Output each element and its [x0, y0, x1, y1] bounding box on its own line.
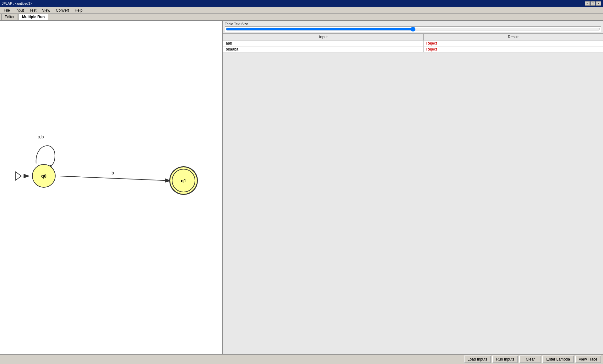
tab-bar: Editor Multiple Run	[0, 14, 603, 21]
menu-test[interactable]: Test	[27, 8, 39, 13]
state-q1[interactable]: q1	[172, 169, 195, 192]
cell-result: Reject	[424, 46, 603, 52]
right-panel: Table Text Size Input Result aabRejectbb…	[223, 21, 603, 354]
self-loop-label: a,b	[38, 134, 44, 139]
slider-container	[225, 26, 601, 32]
menu-view[interactable]: View	[40, 8, 53, 13]
table-row: bbaabaReject	[223, 46, 603, 52]
clear-button[interactable]: Clear	[519, 356, 541, 363]
menu-file[interactable]: File	[1, 8, 12, 13]
menu-input[interactable]: Input	[13, 8, 26, 13]
state-q0[interactable]: q0	[32, 164, 56, 188]
menu-bar: File Input Test View Convert Help	[0, 7, 603, 14]
tab-editor[interactable]: Editor	[1, 13, 18, 20]
enter-lambda-button[interactable]: Enter Lambda	[542, 356, 573, 363]
view-trace-button[interactable]: View Trace	[575, 356, 601, 363]
menu-convert[interactable]: Convert	[53, 8, 72, 13]
cell-input: aab	[223, 40, 424, 46]
close-button[interactable]: ×	[596, 1, 601, 6]
table-area: Input Result aabRejectbbaabaReject	[223, 34, 603, 354]
state-q1-label: q1	[181, 178, 186, 183]
table-row: aabReject	[223, 40, 603, 46]
slider-label: Table Text Size	[225, 22, 601, 26]
table-header-row: Input Result	[223, 34, 603, 40]
results-table: Input Result aabRejectbbaabaReject	[223, 34, 603, 52]
tab-multiple-run[interactable]: Multiple Run	[19, 13, 48, 20]
canvas-area[interactable]: a,b b q0 q1	[0, 21, 223, 354]
minimize-button[interactable]: −	[585, 1, 590, 6]
slider-section: Table Text Size	[223, 21, 603, 34]
restore-button[interactable]: □	[590, 1, 595, 6]
state-q0-label: q0	[41, 174, 46, 179]
transition-label-b: b	[111, 170, 114, 175]
text-size-slider[interactable]	[226, 27, 600, 31]
menu-help[interactable]: Help	[72, 8, 85, 13]
title-text: JFLAP : <untitled3>	[2, 2, 32, 5]
col-input: Input	[223, 34, 424, 40]
bottom-bar: Load Inputs Run Inputs Clear Enter Lambd…	[0, 354, 603, 364]
col-result: Result	[424, 34, 603, 40]
load-inputs-button[interactable]: Load Inputs	[464, 356, 491, 363]
table-body: aabRejectbbaabaReject	[223, 40, 603, 52]
cell-result: Reject	[424, 40, 603, 46]
title-bar-controls: − □ ×	[585, 1, 601, 6]
main-content: a,b b q0 q1 Table Text Size	[0, 21, 603, 354]
title-bar: JFLAP : <untitled3> − □ ×	[0, 0, 603, 7]
transition-arrow-q0-q1	[60, 176, 171, 181]
cell-input: bbaaba	[223, 46, 424, 52]
run-inputs-button[interactable]: Run Inputs	[492, 356, 518, 363]
